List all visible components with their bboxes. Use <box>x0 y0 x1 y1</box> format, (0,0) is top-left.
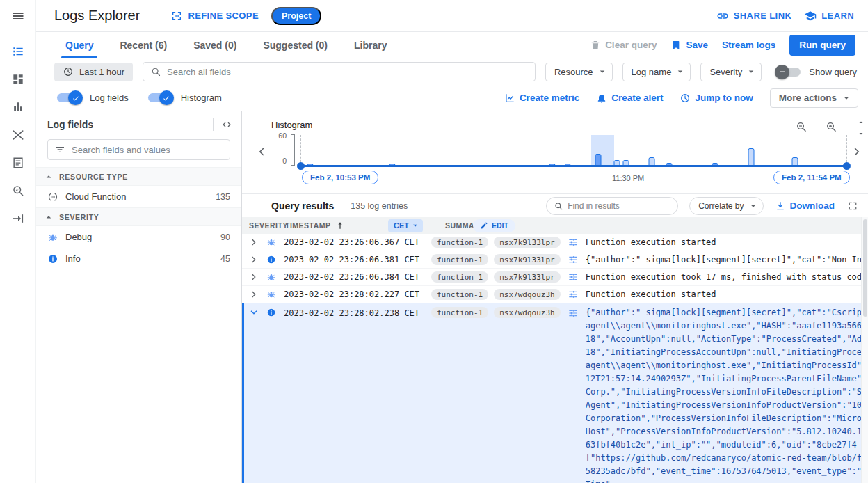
tab-query[interactable]: Query <box>54 32 104 58</box>
chevron-down-icon <box>248 307 259 318</box>
zoom-out-button[interactable] <box>794 119 809 134</box>
resource-label-chip[interactable]: function-1 <box>431 307 488 318</box>
clear-query-button[interactable]: Clear query <box>590 40 657 51</box>
refine-scope-button[interactable]: REFINE SCOPE <box>170 10 259 22</box>
menu-icon <box>11 9 25 23</box>
resource-label-chip[interactable]: nsx7k9l33lpr <box>494 237 560 248</box>
histogram-toggle[interactable] <box>148 93 172 102</box>
histogram-bar[interactable] <box>595 154 601 166</box>
resource-label-chip[interactable]: nsx7wdqouz3h <box>494 289 560 300</box>
info-icon <box>266 255 276 264</box>
resource-dropdown[interactable]: Resource <box>545 63 613 81</box>
resource-label-chip[interactable]: nsx7k9l33lpr <box>494 254 560 265</box>
section-header-severity[interactable]: SEVERITY <box>36 207 241 226</box>
expand-row-button[interactable] <box>248 288 260 301</box>
rail-item-trace[interactable] <box>0 121 36 149</box>
timezone-dropdown[interactable]: CET <box>388 219 423 232</box>
search-all-fields-input[interactable] <box>167 67 528 77</box>
field-item-cloud-function[interactable]: Cloud Function135 <box>36 186 241 207</box>
stream-logs-button[interactable]: Stream logs <box>722 40 775 50</box>
rail-item-logs-explorer[interactable] <box>0 38 36 65</box>
expand-row-button[interactable] <box>248 253 260 266</box>
severity-debug <box>264 290 278 299</box>
tab-library[interactable]: Library <box>343 32 398 58</box>
log-row[interactable]: 2023-02-02 23:28:02.227 CETfunction-1nsx… <box>242 286 868 303</box>
find-in-results-input[interactable] <box>568 201 670 211</box>
create-alert-button[interactable]: Create alert <box>596 93 663 104</box>
log-name-dropdown[interactable]: Log name <box>622 63 691 81</box>
log-timestamp: 2023-02-02 23:26:06.381 CET <box>284 255 431 264</box>
scroll-down-button[interactable] <box>855 128 867 139</box>
resource-label-chip[interactable]: nsx7wdqouz3h <box>494 307 560 318</box>
fields-search-input[interactable] <box>72 145 224 155</box>
view-details-button[interactable] <box>566 253 580 267</box>
range-end-chip[interactable]: Feb 2, 11:54 PM <box>773 171 850 184</box>
field-item-label: Cloud Function <box>65 191 126 202</box>
create-metric-button[interactable]: Create metric <box>504 93 579 104</box>
show-query-toggle[interactable] <box>777 68 801 77</box>
learn-button[interactable]: LEARN <box>804 10 854 22</box>
section-header-resource-type[interactable]: RESOURCE TYPE <box>36 167 241 186</box>
run-query-button[interactable]: Run query <box>789 35 855 56</box>
scroll-up-button[interactable] <box>855 117 867 128</box>
view-details-button[interactable] <box>566 306 580 320</box>
log-row[interactable]: 2023-02-02 23:26:06.367 CETfunction-1nsx… <box>242 234 868 251</box>
rail-item-docs[interactable] <box>0 149 36 177</box>
time-range-chip[interactable]: Last 1 hour <box>54 63 133 81</box>
project-chip[interactable]: Project <box>271 7 321 25</box>
chevron-up-icon <box>43 212 54 223</box>
rail-item-log-router[interactable] <box>0 205 36 232</box>
fullscreen-button[interactable] <box>846 199 860 213</box>
tab-suggested[interactable]: Suggested (0) <box>252 32 339 58</box>
expand-row-button[interactable] <box>248 236 260 248</box>
pencil-icon <box>480 221 488 230</box>
tab-recent[interactable]: Recent (6) <box>108 32 178 58</box>
rail-item-dashboard[interactable] <box>0 65 36 93</box>
scrollbar-thumb[interactable] <box>863 219 867 317</box>
edit-summary-button[interactable]: EDIT <box>473 219 515 232</box>
expand-row-button[interactable] <box>248 271 260 283</box>
menu-button[interactable] <box>11 9 25 25</box>
resource-label-chip[interactable]: function-1 <box>431 237 488 248</box>
severity-dropdown[interactable]: Severity <box>700 63 762 81</box>
log-fields-toggle[interactable] <box>57 93 81 102</box>
log-row[interactable]: 2023-02-02 23:26:06.384 CETfunction-1nsx… <box>242 269 868 286</box>
content-area: Log fields RESOURCE TYPECloud Function13… <box>36 111 868 483</box>
save-button[interactable]: Save <box>670 40 708 51</box>
view-details-button[interactable] <box>566 235 580 249</box>
collapse-panel-button[interactable] <box>219 117 234 132</box>
resource-label-chip[interactable]: function-1 <box>431 271 488 283</box>
vertical-scrollbar[interactable] <box>861 217 868 483</box>
range-end-handle[interactable] <box>843 162 851 170</box>
resource-label-chip[interactable]: function-1 <box>431 289 488 300</box>
download-button[interactable]: Download <box>775 200 835 212</box>
rail-item-logs-metrics[interactable] <box>0 93 36 121</box>
field-item-debug[interactable]: Debug90 <box>36 226 241 248</box>
range-start-chip[interactable]: Feb 2, 10:53 PM <box>302 171 378 184</box>
log-row[interactable]: 2023-02-02 23:28:02.238 CETfunction-1nsx… <box>242 303 868 483</box>
log-timestamp: 2023-02-02 23:28:02.227 CET <box>284 290 431 299</box>
rail-item-log-analytics[interactable] <box>0 177 36 205</box>
time-range-track[interactable] <box>300 165 847 167</box>
jump-to-now-button[interactable]: Jump to now <box>680 93 753 104</box>
resource-label-chip[interactable]: nsx7k9l33lpr <box>494 271 560 283</box>
expand-row-button[interactable] <box>248 306 260 319</box>
field-item-label: Debug <box>65 232 92 242</box>
log-row[interactable]: 2023-02-02 23:26:06.381 CETfunction-1nsx… <box>242 251 868 269</box>
range-start-handle[interactable] <box>297 162 305 170</box>
pan-right-button[interactable] <box>850 145 864 161</box>
histogram-bar[interactable] <box>748 148 754 166</box>
view-details-button[interactable] <box>566 287 580 301</box>
sort-ascending-button[interactable] <box>335 221 345 232</box>
debug-icon <box>47 232 58 243</box>
zoom-in-button[interactable] <box>823 119 839 134</box>
more-actions-button[interactable]: More actions <box>770 88 858 108</box>
log-summary-cell: function-1nsx7k9l33lpr{"author":"_sigma[… <box>431 253 868 267</box>
view-details-button[interactable] <box>566 270 580 284</box>
share-link-button[interactable]: SHARE LINK <box>716 10 791 22</box>
correlate-by-dropdown[interactable]: Correlate by <box>689 197 763 215</box>
pan-left-button[interactable] <box>255 145 268 161</box>
resource-label-chip[interactable]: function-1 <box>431 254 488 265</box>
tab-saved[interactable]: Saved (0) <box>182 32 248 58</box>
field-item-info[interactable]: Info45 <box>36 248 241 269</box>
